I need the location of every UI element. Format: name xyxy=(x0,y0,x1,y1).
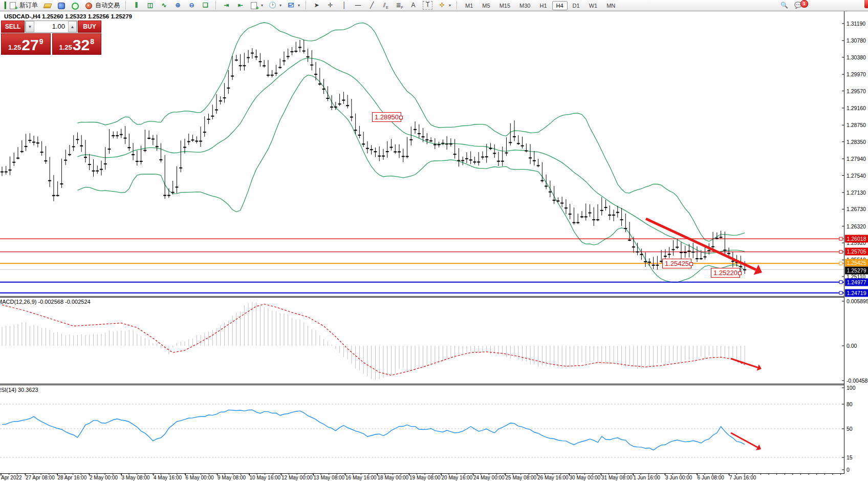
window-alert-flag xyxy=(864,0,868,8)
sell-price-tile[interactable]: 1.25 27 9 xyxy=(1,33,51,55)
mt4-window: ▌▐ + 新订单 自动交易 ⫼ ◫ ∿ ⊕ ⊖ ❏ ⇥ ⇤ +▾ xyxy=(0,0,868,481)
chart-canvas[interactable] xyxy=(0,0,868,481)
price-axis-line xyxy=(844,11,844,474)
chart-title: USDCAD-,H4 1.25260 1.25323 1.25256 1.252… xyxy=(4,13,132,19)
pane-divider[interactable] xyxy=(0,384,844,384)
buy-price-big: 32 xyxy=(73,37,90,53)
macd-arrow xyxy=(731,359,762,371)
one-click-trading-panel: SELL ▼ 1.00 ▲ BUY 1.25 27 9 1.25 32 8 xyxy=(1,20,101,55)
horizontal-lines xyxy=(0,237,844,295)
pane-divider xyxy=(0,296,844,297)
macd-layer xyxy=(2,302,745,380)
volume-increase-button[interactable]: ▲ xyxy=(68,21,77,32)
volume-input[interactable]: 1.00 xyxy=(34,21,68,32)
pane-divider xyxy=(0,297,844,298)
rsi-layer xyxy=(0,404,844,457)
sell-price-prefix: 1.25 xyxy=(8,44,21,51)
axis-ticks xyxy=(1,24,844,476)
buy-price-sup: 8 xyxy=(90,37,94,46)
sell-price-big: 27 xyxy=(21,37,38,53)
buy-price-tile[interactable]: 1.25 32 8 xyxy=(52,33,102,55)
sell-price-sup: 9 xyxy=(39,37,44,46)
rsi-arrow xyxy=(731,433,761,450)
time-axis-line xyxy=(0,473,844,474)
buy-price-prefix: 1.25 xyxy=(59,44,72,51)
volume-spinner: ▼ 1.00 ▲ xyxy=(25,20,77,33)
buy-button[interactable]: BUY xyxy=(78,20,101,33)
bollinger-bands xyxy=(77,23,745,282)
pane-divider xyxy=(0,385,844,385)
sell-button[interactable]: SELL xyxy=(1,20,25,33)
volume-decrease-button[interactable]: ▼ xyxy=(26,21,34,32)
